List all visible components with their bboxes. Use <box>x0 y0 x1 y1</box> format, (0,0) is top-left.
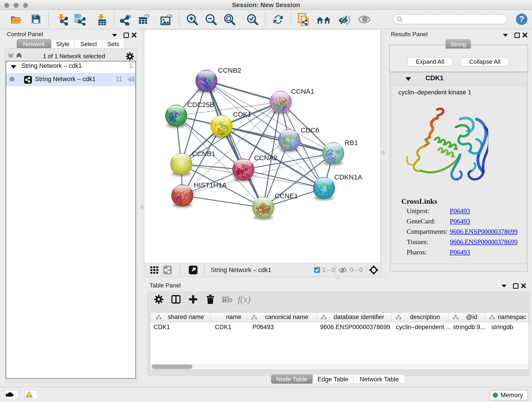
svg-text:HIST1H1A: HIST1H1A <box>194 181 227 189</box>
svg-text:CCNB2: CCNB2 <box>218 66 241 74</box>
svg-text:RB1: RB1 <box>345 139 358 147</box>
svg-text:CDK1: CDK1 <box>233 110 251 118</box>
svg-text:CDC25B: CDC25B <box>187 101 214 108</box>
svg-text:CCNE1: CCNE1 <box>275 192 298 200</box>
svg-text:CDC6: CDC6 <box>301 126 319 134</box>
svg-text:CCNA2: CCNA2 <box>254 154 278 162</box>
svg-text:CCNB1: CCNB1 <box>192 150 215 157</box>
svg-text:CCNA1: CCNA1 <box>291 88 314 95</box>
svg-text:CDKN1A: CDKN1A <box>334 173 362 181</box>
